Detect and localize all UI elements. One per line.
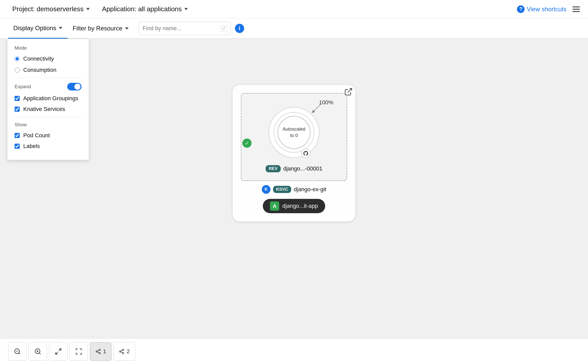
- project-label: Project: demoserverless: [12, 5, 84, 13]
- success-check-icon: ✓: [242, 139, 252, 148]
- ksvc-name: django-ex-git: [294, 186, 326, 193]
- topo-1-label: 1: [103, 348, 106, 355]
- toolbar: Display Options Filter by Resource / i: [0, 18, 588, 39]
- labels-label: Labels: [23, 143, 40, 150]
- view-shortcuts-link[interactable]: ? View shortcuts: [517, 5, 567, 13]
- divider-1: [15, 78, 82, 78]
- project-selector[interactable]: Project: demoserverless: [8, 3, 94, 15]
- knative-services-checkbox-input[interactable]: [15, 107, 20, 112]
- app-selector[interactable]: Application: all applications: [94, 3, 196, 15]
- display-options-label: Display Options: [13, 25, 56, 32]
- svg-line-6: [39, 353, 40, 354]
- pod-count-label: Pod Count: [23, 132, 50, 139]
- expand-toggle[interactable]: [67, 83, 82, 90]
- app-label-card[interactable]: A django...it-app: [263, 199, 325, 213]
- app-name: django...it-app: [282, 203, 318, 209]
- github-badge[interactable]: [301, 149, 310, 158]
- zoom-out-button[interactable]: [8, 342, 27, 361]
- knative-services-label: Knative Services: [23, 106, 65, 112]
- display-options-button[interactable]: Display Options: [8, 18, 67, 39]
- svg-point-18: [122, 352, 124, 354]
- mode-label: Mode: [15, 45, 82, 51]
- fit-button[interactable]: [49, 342, 67, 361]
- app-chevron-icon: [184, 8, 188, 10]
- search-input[interactable]: [143, 25, 219, 32]
- rev-row: REV django...-00001: [250, 165, 338, 172]
- connectivity-label: Connectivity: [23, 55, 54, 62]
- fullscreen-button[interactable]: [70, 342, 88, 361]
- consumption-radio-input[interactable]: [15, 67, 20, 73]
- display-options-dropdown: Mode Connectivity Consumption Expand App…: [7, 39, 89, 160]
- svg-line-0: [348, 88, 352, 93]
- filter-resource-chevron-icon: [125, 27, 129, 30]
- app-label-row: A django...it-app: [241, 199, 347, 213]
- info-icon[interactable]: i: [235, 24, 244, 33]
- svg-line-9: [59, 349, 61, 351]
- list-view-icon[interactable]: [573, 6, 580, 12]
- view-shortcuts-label: View shortcuts: [527, 6, 567, 13]
- app-groupings-label: Application Groupings: [23, 95, 78, 102]
- svg-point-13: [99, 352, 100, 354]
- connectivity-radio-input[interactable]: [15, 56, 20, 61]
- app-group-card: 100%: [233, 85, 355, 221]
- expand-row: Expand: [15, 83, 82, 90]
- svg-line-10: [56, 352, 58, 354]
- app-groupings-checkbox-input[interactable]: [15, 96, 20, 101]
- rev-name: django...-00001: [283, 165, 322, 172]
- help-icon: ?: [517, 5, 525, 13]
- bottom-toolbar: 1 2: [0, 338, 588, 364]
- project-chevron-icon: [86, 8, 90, 10]
- show-label: Show: [15, 122, 82, 128]
- svg-point-17: [120, 351, 121, 352]
- topology-container: 100%: [233, 85, 355, 221]
- svg-line-20: [121, 350, 122, 351]
- ksvc-row: K KSVC django-ex-git: [241, 185, 347, 194]
- app-letter-badge: A: [270, 201, 279, 211]
- ksvc-badge: KSVC: [273, 186, 291, 193]
- slash-key-badge: /: [221, 25, 227, 32]
- filter-resource-label: Filter by Resource: [73, 25, 122, 32]
- svg-point-12: [96, 351, 98, 352]
- zoom-in-button[interactable]: [29, 342, 47, 361]
- expand-label: Expand: [15, 84, 31, 89]
- node-circle-core: Autoscaled to 0: [277, 116, 311, 149]
- pod-count-checkbox-input[interactable]: [15, 133, 20, 138]
- svg-point-11: [99, 349, 100, 350]
- k-badge: K: [262, 185, 270, 194]
- svg-point-16: [122, 349, 124, 350]
- connectivity-radio[interactable]: Connectivity: [15, 55, 82, 62]
- consumption-label: Consumption: [23, 67, 56, 73]
- node-circle-inner: Autoscaled to 0: [274, 112, 314, 153]
- topology-layout-2-button[interactable]: 2: [114, 342, 135, 361]
- topo-2-label: 2: [127, 348, 130, 355]
- topology-layout-1-button[interactable]: 1: [90, 342, 111, 361]
- consumption-radio[interactable]: Consumption: [15, 67, 82, 73]
- divider-2: [15, 117, 82, 117]
- rev-badge: REV: [266, 165, 281, 172]
- svg-line-15: [97, 350, 99, 351]
- pod-count-checkbox[interactable]: Pod Count: [15, 132, 82, 139]
- app-label: Application: all applications: [102, 5, 182, 13]
- topbar: Project: demoserverless Application: all…: [0, 0, 588, 18]
- svg-line-14: [97, 352, 99, 353]
- search-box[interactable]: /: [139, 22, 231, 35]
- labels-checkbox-input[interactable]: [15, 144, 20, 149]
- autoscaled-text: Autoscaled to 0: [282, 126, 305, 139]
- display-options-chevron-icon: [59, 27, 62, 29]
- app-group-inner: 100%: [241, 93, 347, 181]
- svg-line-19: [121, 352, 122, 353]
- filter-resource-button[interactable]: Filter by Resource: [67, 18, 134, 39]
- labels-checkbox[interactable]: Labels: [15, 143, 82, 150]
- svg-line-3: [19, 353, 20, 354]
- app-groupings-checkbox[interactable]: Application Groupings: [15, 95, 82, 102]
- node-circle-outer[interactable]: Autoscaled to 0: [268, 107, 320, 158]
- knative-services-checkbox[interactable]: Knative Services: [15, 106, 82, 112]
